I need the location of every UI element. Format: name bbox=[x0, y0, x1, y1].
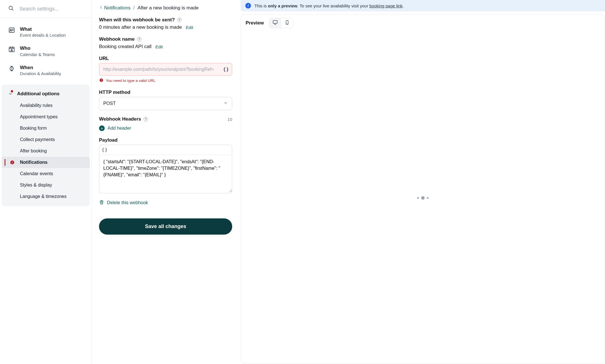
field-label: HTTP method bbox=[99, 90, 130, 95]
nav-item-title: Who bbox=[20, 46, 55, 51]
sidebar-item-label: Notifications bbox=[20, 160, 48, 165]
sidebar-item-label: Styles & display bbox=[20, 183, 52, 187]
field-webhook-headers: Webhook Headers ? 10 ＋ Add header bbox=[99, 116, 232, 131]
additional-options-toggle[interactable]: Additional options bbox=[2, 88, 90, 100]
search-bar bbox=[0, 0, 91, 18]
device-toggle bbox=[269, 18, 293, 28]
preview-toolbar: Preview bbox=[241, 15, 605, 32]
field-label: Webhook name bbox=[99, 36, 135, 42]
nav-item-subtitle: Duration & Availability bbox=[20, 71, 61, 76]
webhook-form: Notifications / After a new booking is m… bbox=[92, 0, 240, 364]
sidebar-item-label: Language & timezones bbox=[20, 194, 67, 199]
breadcrumb-separator: / bbox=[133, 5, 135, 11]
plus-circle-icon: ＋ bbox=[99, 125, 105, 131]
nav-item-what[interactable]: What Event details & Location bbox=[2, 22, 90, 42]
help-icon[interactable]: ? bbox=[137, 37, 141, 42]
chevron-down-icon bbox=[223, 101, 228, 106]
sidebar-item-notifications[interactable]: Notifications bbox=[2, 157, 90, 168]
help-icon[interactable]: ? bbox=[143, 117, 148, 121]
svg-point-3 bbox=[10, 29, 11, 30]
loading-indicator-icon bbox=[417, 196, 429, 200]
settings-sidebar: What Event details & Location Who Calend… bbox=[0, 0, 92, 364]
delete-webhook-button[interactable]: Delete this webhook bbox=[99, 200, 232, 206]
svg-point-17 bbox=[101, 81, 102, 81]
nav-item-title: When bbox=[20, 65, 61, 71]
calendar-person-icon bbox=[8, 46, 15, 53]
info-icon: i bbox=[245, 3, 251, 9]
sidebar-item-label: Availability rules bbox=[20, 103, 52, 108]
field-when-sent: When will this webhook be sent? ? 0 minu… bbox=[99, 17, 232, 30]
banner-text: This is only a preview. To see your live… bbox=[254, 3, 404, 8]
sidebar-item-label: Collect payments bbox=[20, 137, 55, 142]
field-value: Booking created API call bbox=[99, 44, 151, 49]
mobile-icon bbox=[285, 20, 290, 26]
add-header-button[interactable]: ＋ Add header bbox=[99, 125, 232, 131]
url-error-message: You need to type a valid URL bbox=[99, 78, 232, 83]
preview-body bbox=[241, 32, 605, 364]
watch-icon bbox=[8, 65, 15, 72]
search-input[interactable] bbox=[19, 6, 83, 12]
preview-title: Preview bbox=[246, 20, 264, 26]
search-icon bbox=[8, 5, 14, 13]
additional-options-label: Additional options bbox=[17, 91, 59, 97]
field-payload: Payload { } bbox=[99, 137, 232, 193]
desktop-icon bbox=[272, 20, 278, 26]
error-badge-icon bbox=[10, 90, 14, 93]
url-input[interactable] bbox=[99, 63, 232, 76]
field-webhook-name: Webhook name ? Booking created API call … bbox=[99, 36, 232, 49]
device-desktop-button[interactable] bbox=[269, 18, 281, 28]
chevron-left-icon bbox=[99, 5, 103, 11]
additional-options-group: Additional options Availability rulesApp… bbox=[2, 84, 90, 206]
field-value: 0 minutes after a new booking is made bbox=[99, 24, 182, 30]
sidebar-item-availability-rules[interactable]: Availability rules bbox=[2, 100, 90, 111]
save-button[interactable]: Save all changes bbox=[99, 218, 232, 235]
field-label: Payload bbox=[99, 137, 118, 143]
breadcrumb-back-link[interactable]: Notifications bbox=[99, 5, 131, 11]
sidebar-item-label: Calendar events bbox=[20, 171, 53, 176]
sidebar-item-styles-display[interactable]: Styles & display bbox=[2, 179, 90, 191]
field-url: URL { } You need to type a valid URL bbox=[99, 56, 232, 83]
payload-textarea[interactable] bbox=[99, 155, 232, 192]
svg-rect-2 bbox=[9, 28, 14, 32]
sidebar-item-appointment-types[interactable]: Appointment types bbox=[2, 111, 90, 123]
add-header-label: Add header bbox=[108, 126, 131, 131]
error-icon bbox=[10, 160, 15, 165]
edit-when-link[interactable]: Edit bbox=[186, 25, 193, 30]
breadcrumb-current: After a new booking is made bbox=[137, 5, 199, 11]
primary-nav: What Event details & Location Who Calend… bbox=[0, 18, 91, 84]
main-area: Notifications / After a new booking is m… bbox=[92, 0, 605, 364]
nav-item-subtitle: Calendar & Teams bbox=[20, 52, 55, 57]
breadcrumb-back-label: Notifications bbox=[104, 5, 131, 11]
sidebar-item-collect-payments[interactable]: Collect payments bbox=[2, 134, 90, 145]
help-icon[interactable]: ? bbox=[177, 18, 182, 22]
field-http-method: HTTP method POST bbox=[99, 90, 232, 110]
insert-variable-button[interactable]: { } bbox=[223, 66, 229, 73]
breadcrumb: Notifications / After a new booking is m… bbox=[99, 5, 232, 11]
headers-count: 10 bbox=[227, 117, 232, 122]
booking-page-link[interactable]: booking page link bbox=[369, 3, 403, 8]
svg-rect-20 bbox=[273, 20, 277, 23]
preview-column: i This is only a preview. To see your li… bbox=[240, 0, 605, 364]
nav-item-who[interactable]: Who Calendar & Teams bbox=[2, 42, 90, 61]
device-mobile-button[interactable] bbox=[281, 18, 293, 28]
nav-item-title: What bbox=[20, 26, 66, 32]
nav-item-subtitle: Event details & Location bbox=[20, 33, 66, 38]
trash-icon bbox=[99, 200, 104, 206]
sidebar-item-after-booking[interactable]: After booking bbox=[2, 145, 90, 157]
sidebar-item-label: Booking form bbox=[20, 126, 47, 131]
preview-info-banner: i This is only a preview. To see your li… bbox=[241, 0, 605, 11]
http-method-select[interactable]: POST bbox=[99, 97, 232, 110]
additional-options-list: Availability rulesAppointment typesBooki… bbox=[2, 100, 90, 202]
sidebar-item-language-timezones[interactable]: Language & timezones bbox=[2, 191, 90, 202]
field-label: URL bbox=[99, 56, 109, 61]
sidebar-item-calendar-events[interactable]: Calendar events bbox=[2, 168, 90, 179]
preview-card: Preview bbox=[241, 14, 605, 364]
payload-insert-variable-button[interactable]: { } bbox=[99, 145, 232, 155]
error-text: You need to type a valid URL bbox=[106, 78, 155, 83]
error-icon bbox=[99, 78, 104, 83]
sidebar-item-booking-form[interactable]: Booking form bbox=[2, 123, 90, 134]
sidebar-item-label: After booking bbox=[20, 148, 47, 153]
edit-name-link[interactable]: Edit bbox=[155, 44, 163, 49]
field-label: When will this webhook be sent? bbox=[99, 17, 175, 23]
nav-item-when[interactable]: When Duration & Availability bbox=[2, 61, 90, 80]
